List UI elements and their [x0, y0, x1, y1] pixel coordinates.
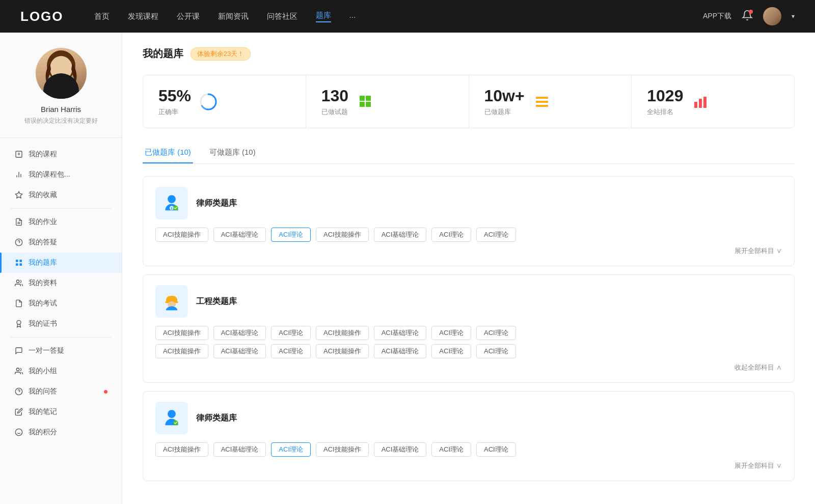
qbank-expand-button-1[interactable]: 展开全部科目 ∨: [735, 247, 782, 255]
qbank-tag[interactable]: ACI技能操作: [155, 228, 208, 242]
svg-point-19: [16, 368, 19, 371]
sidebar-label-group: 我的小组: [29, 367, 107, 376]
bar-chart-stat-icon: [691, 93, 710, 111]
tab-available-banks[interactable]: 可做题库 (10): [207, 144, 258, 163]
qbank-tag[interactable]: ACI理论: [476, 442, 516, 457]
qbank-tag[interactable]: ACI基础理论: [213, 326, 266, 340]
nav-more[interactable]: ···: [349, 12, 356, 21]
sidebar-item-points[interactable]: 我的积分: [0, 422, 122, 442]
sidebar-item-profile[interactable]: 我的资料: [0, 273, 122, 293]
sidebar-label-answers: 我的答疑: [29, 238, 107, 247]
qbank-tag[interactable]: ACI技能操作: [155, 326, 208, 340]
sidebar-divider-2: [10, 337, 112, 338]
sidebar-label-my-course: 我的课程: [29, 150, 107, 159]
list-stat-icon: [533, 93, 551, 111]
sidebar-item-my-course[interactable]: 我的课程: [0, 144, 122, 164]
page-wrapper: Brian Harris 错误的决定比没有决定要好 我的课程 我的课程包...: [0, 33, 815, 504]
qbank-title-engineer: 工程类题库: [196, 296, 237, 307]
sidebar-item-homework[interactable]: 我的作业: [0, 212, 122, 232]
qbank-tag[interactable]: ACI基础理论: [213, 228, 266, 242]
svg-point-38: [168, 195, 176, 203]
sidebar-item-question-bank[interactable]: 我的题库: [0, 253, 122, 273]
qbank-footer-lawyer-1: 展开全部科目 ∨: [155, 246, 782, 256]
qbank-tag[interactable]: ACI技能操作: [155, 344, 208, 358]
qbank-tag[interactable]: ACI基础理论: [374, 228, 427, 242]
exam-icon: [14, 299, 23, 308]
user-dropdown-icon[interactable]: ▾: [792, 13, 795, 20]
sidebar-item-course-pack[interactable]: 我的课程包...: [0, 164, 122, 185]
sidebar-label-course-pack: 我的课程包...: [29, 170, 107, 179]
svg-point-22: [15, 429, 22, 435]
svg-rect-33: [536, 101, 548, 103]
bell-button[interactable]: [742, 10, 753, 23]
app-download-button[interactable]: APP下载: [703, 12, 731, 21]
stat-label-banks: 已做题库: [484, 107, 525, 117]
qbank-tag[interactable]: ACI技能操作: [316, 228, 369, 242]
sidebar-label-notes: 我的笔记: [29, 407, 107, 416]
stat-correct-rate: 55% 正确率: [143, 75, 306, 128]
nav-news[interactable]: 新闻资讯: [218, 12, 249, 21]
qbank-tag[interactable]: ACI理论: [431, 228, 471, 242]
qbank-tag-selected[interactable]: ACI理论: [271, 442, 311, 457]
grid-icon: [14, 258, 23, 267]
sidebar-item-my-qa[interactable]: 我的问答: [0, 381, 122, 402]
qbank-title-lawyer-2: 律师类题库: [196, 413, 237, 424]
qa-icon: [14, 387, 23, 396]
stat-done-questions: 130 已做试题: [306, 75, 469, 128]
qbank-expand-button-3[interactable]: 展开全部科目 ∨: [735, 462, 782, 469]
qbank-tag[interactable]: ACI理论: [431, 344, 471, 358]
sidebar-label-tutor: 一对一答疑: [29, 346, 107, 355]
tab-done-banks[interactable]: 已做题库 (10): [143, 144, 193, 163]
qbank-tag[interactable]: ACI理论: [476, 326, 516, 340]
qbank-collapse-button[interactable]: 收起全部科目 ∧: [735, 363, 782, 371]
bar-icon: [14, 170, 23, 179]
qbank-tag[interactable]: ACI技能操作: [155, 442, 208, 457]
qbank-tag[interactable]: ACI技能操作: [316, 326, 369, 340]
qbank-tag[interactable]: ACI基础理论: [213, 442, 266, 457]
qbank-tag[interactable]: ACI基础理论: [374, 442, 427, 457]
stat-label-correct: 正确率: [158, 107, 191, 117]
qbank-tag[interactable]: ACI技能操作: [316, 344, 369, 358]
user-avatar[interactable]: [763, 7, 781, 25]
sidebar-motto: 错误的决定比没有决定要好: [10, 117, 112, 125]
qbank-tag[interactable]: ACI基础理论: [374, 344, 427, 358]
qbank-tag[interactable]: ACI基础理论: [213, 344, 266, 358]
svg-point-18: [17, 320, 21, 324]
sidebar-item-favorites[interactable]: 我的收藏: [0, 185, 122, 205]
qbank-tag[interactable]: ACI理论: [476, 228, 516, 242]
qbank-tag[interactable]: ACI理论: [271, 344, 311, 358]
nav-question-bank[interactable]: 题库: [316, 11, 331, 22]
main-content: 我的题库 体验剩余23天！ 55% 正确率: [122, 33, 815, 504]
sidebar-item-tutor[interactable]: 一对一答疑: [0, 341, 122, 361]
stat-done-banks: 10w+ 已做题库: [469, 75, 632, 128]
sidebar-item-exam[interactable]: 我的考试: [0, 293, 122, 314]
question-icon: [14, 238, 23, 247]
note-icon: [14, 407, 23, 416]
qbank-tags-lawyer-2: ACI技能操作 ACI基础理论 ACI理论 ACI技能操作 ACI基础理论 AC…: [155, 442, 782, 457]
sidebar-item-answers[interactable]: 我的答疑: [0, 232, 122, 253]
qbank-footer-engineer: 收起全部科目 ∧: [155, 362, 782, 372]
nav-home[interactable]: 首页: [94, 12, 110, 21]
sidebar-item-certificate[interactable]: 我的证书: [0, 314, 122, 334]
stat-number-rank: 1029: [647, 87, 683, 105]
qbank-tag-selected[interactable]: ACI理论: [271, 228, 311, 242]
nav-discover[interactable]: 发现课程: [128, 12, 158, 21]
qbank-tags-engineer-row1: ACI技能操作 ACI基础理论 ACI理论 ACI技能操作 ACI基础理论 AC…: [155, 326, 782, 340]
qbank-tag[interactable]: ACI理论: [476, 344, 516, 358]
sidebar-item-group[interactable]: 我的小组: [0, 361, 122, 381]
sidebar-item-notes[interactable]: 我的笔记: [0, 402, 122, 422]
doc-icon: [14, 217, 23, 227]
qbank-tag[interactable]: ACI基础理论: [374, 326, 427, 340]
qbank-tag[interactable]: ACI理论: [431, 442, 471, 457]
avatar-image: [36, 48, 87, 99]
svg-point-43: [168, 410, 176, 418]
stat-number-done: 130: [321, 87, 348, 105]
nav-qa[interactable]: 问答社区: [267, 12, 297, 21]
qbank-tag[interactable]: ACI技能操作: [316, 442, 369, 457]
sidebar-label-favorites: 我的收藏: [29, 190, 107, 200]
svg-rect-29: [366, 96, 371, 101]
qbank-tag[interactable]: ACI理论: [271, 326, 311, 340]
qbank-icon-lawyer-2: [155, 402, 188, 434]
qbank-tag[interactable]: ACI理论: [431, 326, 471, 340]
nav-open-course[interactable]: 公开课: [177, 12, 200, 21]
